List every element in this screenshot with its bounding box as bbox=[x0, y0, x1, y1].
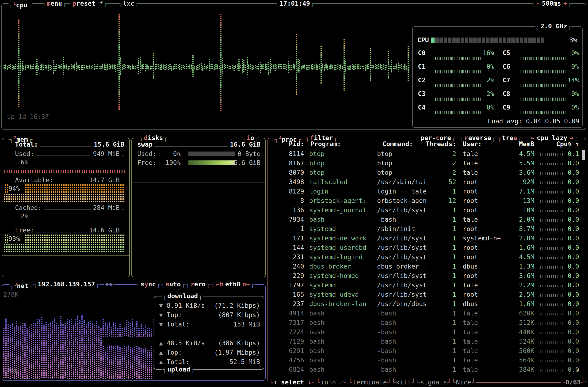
select-hint[interactable]: ↑ select ↓ bbox=[269, 379, 316, 386]
process-user: systemd-n+ bbox=[456, 234, 516, 243]
process-program: systemd bbox=[304, 224, 374, 234]
process-pid: 8 bbox=[269, 196, 304, 205]
table-row[interactable]: 6824 bash -bash 1 tale 384K 0.0 bbox=[269, 365, 585, 374]
process-user: tale bbox=[456, 365, 516, 374]
process-user: tale bbox=[456, 159, 516, 168]
process-command: btop bbox=[374, 159, 444, 168]
table-row[interactable]: 240 dbus-broker dbus-broker - 1 dbus 1.3… bbox=[269, 262, 585, 271]
process-pid: 8070 bbox=[269, 168, 304, 177]
process-program: bash bbox=[304, 215, 374, 224]
process-mem: 1.6M bbox=[516, 243, 539, 252]
process-program: orbstack-agent: bbox=[304, 196, 374, 205]
table-row[interactable]: 8167 btop btop 2 tale 5.5M 0.0 bbox=[269, 159, 585, 168]
process-threads: 52 bbox=[444, 177, 456, 187]
table-row[interactable]: 6291 bash -bash 1 tale 560K 0.0 bbox=[269, 346, 585, 356]
tab-disks[interactable]: disks bbox=[139, 134, 168, 142]
process-user: dbus bbox=[456, 299, 516, 309]
tab-mem[interactable]: 2mem bbox=[9, 134, 33, 142]
tab-net[interactable]: 3net bbox=[9, 281, 33, 288]
menu-button[interactable]: menu bbox=[42, 0, 67, 7]
core-percent: 2% bbox=[486, 90, 494, 97]
process-threads: 1 bbox=[444, 309, 456, 318]
interval-decrease-button[interactable]: - bbox=[536, 0, 539, 7]
process-pid: 6824 bbox=[269, 365, 304, 374]
process-pid: 7224 bbox=[269, 327, 304, 337]
tab-cpu[interactable]: 1cpu bbox=[8, 0, 32, 7]
process-command: -bash bbox=[374, 337, 444, 346]
core-graph bbox=[520, 84, 566, 87]
process-pid: 8167 bbox=[269, 159, 304, 168]
process-threads: 1 bbox=[444, 271, 456, 281]
table-row[interactable]: 3498 tailscaled /usr/sbin/tai 52 root 92… bbox=[269, 177, 585, 187]
table-row[interactable]: 7224 bash -bash 1 tale 440K 0.0 bbox=[269, 327, 585, 337]
table-row[interactable]: 231 systemd-logind /usr/lib/syst 1 root … bbox=[269, 252, 585, 262]
process-command: /usr/lib/syst bbox=[374, 271, 444, 281]
signals-hint[interactable]: signals bbox=[416, 379, 451, 386]
process-command: /usr/lib/syst bbox=[374, 281, 444, 290]
process-user: root bbox=[456, 290, 516, 299]
io-mode-button[interactable]: io bbox=[242, 134, 259, 142]
preset-button[interactable]: preset * bbox=[68, 0, 108, 7]
cpu-frequency: 2.0 GHz bbox=[535, 23, 572, 30]
process-cpu: 0.0 bbox=[567, 243, 585, 252]
net-auto-button[interactable]: auto bbox=[161, 281, 186, 288]
process-cpu-graph bbox=[540, 153, 563, 156]
table-row[interactable]: 4756 bash -bash 1 tale 564K 0.0 bbox=[269, 356, 585, 365]
table-row[interactable]: 1 systemd /sbin/init 1 root 8.7M 0.0 bbox=[269, 224, 585, 234]
table-row[interactable]: 144 systemd-userdbd /usr/lib/syst 1 root… bbox=[269, 243, 585, 252]
download-icon: ▼ bbox=[159, 311, 163, 319]
process-user: tale bbox=[456, 168, 516, 177]
process-cpu-graph bbox=[540, 210, 563, 212]
core-label: C4 bbox=[418, 104, 426, 111]
net-next-button[interactable]: n→ bbox=[242, 281, 250, 288]
net-sync-button[interactable]: sync bbox=[136, 281, 161, 288]
interval-increase-button[interactable]: + bbox=[563, 0, 567, 7]
process-user: root bbox=[456, 271, 516, 281]
process-pid: 6291 bbox=[269, 346, 304, 356]
table-row[interactable]: 7317 bash -bash 1 tale 512K 0.0 bbox=[269, 318, 585, 327]
update-interval: -500ms+ bbox=[531, 0, 572, 7]
process-pid: 229 bbox=[269, 271, 304, 281]
process-threads: 1 bbox=[444, 224, 456, 234]
process-pid: 231 bbox=[269, 252, 304, 262]
core-percent: 0% bbox=[571, 90, 579, 97]
terminate-hint[interactable]: terminate bbox=[348, 379, 391, 386]
table-row[interactable]: 8070 btop btop 2 tale 3.6M 0.0 bbox=[269, 168, 585, 177]
nice-hint[interactable]: Nice bbox=[451, 379, 476, 386]
process-pid: 8129 bbox=[269, 187, 304, 196]
info-hint[interactable]: info ⏎ bbox=[316, 379, 348, 386]
table-row[interactable]: 4914 bash -bash 1 tale 620K 0.0 bbox=[269, 309, 585, 318]
upload-icon: ▲ bbox=[159, 349, 163, 356]
upload-title: upload bbox=[162, 366, 195, 373]
table-row[interactable]: 7129 bash -bash 1 tale 524K 0.0 bbox=[269, 337, 585, 346]
table-row[interactable]: 171 systemd-network /usr/lib/syst 1 syst… bbox=[269, 234, 585, 243]
table-row[interactable]: 7934 bash -bash 1 tale 2.0M 0.0 bbox=[269, 215, 585, 224]
proc-footer: ↑ select ↓ info ⏎ terminate kill signals… bbox=[269, 379, 585, 386]
net-zero-button[interactable]: zero bbox=[185, 281, 211, 288]
table-row[interactable]: 229 systemd-homed /usr/lib/syst 1 root 3… bbox=[269, 271, 585, 281]
process-threads: 1 bbox=[444, 318, 456, 327]
table-row[interactable]: 1797 systemd /usr/lib/syst 1 tale 2.2M 0… bbox=[269, 281, 585, 290]
table-row[interactable]: 8129 login login -- tale 1 root 7.1M 0.0 bbox=[269, 187, 585, 196]
mem-used-row: Used:949 MiB bbox=[15, 150, 124, 158]
swap-used-meter bbox=[189, 152, 235, 156]
process-mem: 2.8M bbox=[516, 234, 539, 243]
scroll-down-icon[interactable]: ↓ bbox=[576, 366, 580, 373]
process-cpu: 0.0 bbox=[567, 309, 585, 318]
process-command: -bash bbox=[374, 318, 444, 327]
table-row[interactable]: 237 dbus-broker-lau /usr/bin/dbus 1 dbus… bbox=[269, 299, 585, 309]
table-row[interactable]: 8114 btop btop 2 tale 4.5M 0.1 bbox=[269, 149, 585, 159]
scrollbar-thumb[interactable] bbox=[582, 150, 585, 160]
process-cpu: 0.0 bbox=[567, 318, 585, 327]
process-program: bash bbox=[304, 327, 374, 337]
process-cpu: 0.0 bbox=[567, 281, 585, 290]
kill-hint[interactable]: kill bbox=[391, 379, 416, 386]
table-row[interactable]: 165 systemd-udevd /usr/lib/syst 1 root 2… bbox=[269, 290, 585, 299]
process-mem: 3.6M bbox=[516, 271, 539, 281]
process-cpu-graph bbox=[540, 228, 563, 231]
cpu-core: C5 0% bbox=[497, 49, 582, 63]
table-row[interactable]: 8 orbstack-agent: orbstack-agen 12 root … bbox=[269, 196, 585, 205]
net-prev-button[interactable]: ←b bbox=[216, 281, 223, 288]
core-label: C3 bbox=[418, 90, 426, 97]
table-row[interactable]: 136 systemd-journal /usr/lib/syst 1 root… bbox=[269, 205, 585, 215]
